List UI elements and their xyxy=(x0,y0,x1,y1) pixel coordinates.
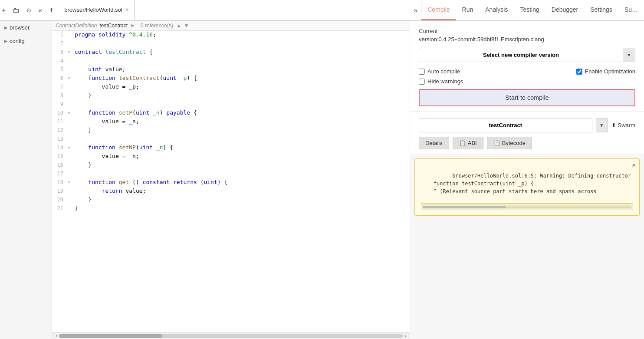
compiler-select-row: Select new compiler version ▾ xyxy=(419,48,635,62)
code-line-10: 10 ▾ function setP(uint _n) payable { xyxy=(52,109,410,118)
abi-label: ABI xyxy=(468,140,477,146)
breadcrumb-contract-type: ContractDefinition xyxy=(56,23,97,29)
compiler-dropdown-icon[interactable]: ▾ xyxy=(623,48,635,62)
horizontal-scrollbar[interactable] xyxy=(59,334,403,338)
auto-compile-label[interactable]: Auto compile xyxy=(419,68,460,75)
code-line-13: 13 xyxy=(52,135,410,144)
git-icon[interactable]: ⊙ xyxy=(25,5,33,15)
hide-warnings-label[interactable]: Hide warnings xyxy=(419,78,463,85)
enable-optimization-label[interactable]: Enable Optimization xyxy=(576,68,635,75)
code-line-6: 6 ▾ function testContract(uint _p) { xyxy=(52,74,410,83)
options-row-1: Auto compile Enable Optimization xyxy=(419,68,635,75)
contract-section: testContract ▾ ⬆ Swarm Details 📋 ABI xyxy=(410,112,644,154)
enable-optimization-text: Enable Optimization xyxy=(585,68,635,75)
code-line-5: 5 uint value; xyxy=(52,66,410,74)
toolbar-icons: + 🗀 ⊙ « ⬆ xyxy=(0,5,56,16)
breadcrumb-down-icon[interactable]: ▼ xyxy=(184,23,189,29)
editor-bottom-scrollbar[interactable]: ‹ › xyxy=(52,332,410,339)
contract-dropdown-icon[interactable]: ▾ xyxy=(596,118,608,132)
scrollbar-thumb xyxy=(59,334,162,338)
warning-close-icon[interactable]: ✕ xyxy=(632,161,636,168)
scroll-right-icon[interactable]: › xyxy=(403,333,408,339)
bytecode-label: Bytecode xyxy=(502,140,526,146)
code-line-14: 14 ▾ function setNP(uint _n) { xyxy=(52,144,410,152)
code-line-1: 1 pragma solidity ^0.4.16; xyxy=(52,31,410,39)
current-label: Current xyxy=(419,28,635,34)
sidebar: ▶ browser ▶ config xyxy=(0,21,52,339)
code-line-19: 19 return value; xyxy=(52,187,410,196)
tab-analysis[interactable]: Analysis xyxy=(479,0,514,20)
editor-area: ContractDefinition testContract ➤ 0 refe… xyxy=(52,21,410,339)
swarm-upload-icon: ⬆ xyxy=(611,122,616,128)
code-line-12: 12 } xyxy=(52,126,410,135)
file-tab-label: browser/HelloWorld.sol xyxy=(64,7,122,13)
warning-text: browser/HelloWorld.sol:6:5: Warning: Def… xyxy=(421,164,633,203)
code-line-2: 2 xyxy=(52,39,410,48)
upload-icon[interactable]: ⬆ xyxy=(47,5,56,15)
compile-button[interactable]: Start to compile xyxy=(419,89,635,106)
output-btns-row: Details 📋 ABI 📋 Bytecode xyxy=(419,137,635,149)
code-line-9: 9 xyxy=(52,100,410,109)
nav-tabs: Compile Run Analysis Testing Debugger Se… xyxy=(421,0,644,20)
bytecode-copy-icon: 📋 xyxy=(493,140,500,146)
compiler-section: Current version:0.4.25+commit.59dbf8f1.E… xyxy=(410,21,644,112)
code-line-17: 17 xyxy=(52,170,410,178)
bytecode-button[interactable]: 📋 Bytecode xyxy=(487,137,532,149)
abi-copy-icon: 📋 xyxy=(459,140,466,146)
tab-debugger[interactable]: Debugger xyxy=(545,0,585,20)
warning-scrollbar-track[interactable] xyxy=(423,206,631,208)
swarm-button[interactable]: ⬆ Swarm xyxy=(611,122,635,128)
code-line-18: 18 ▾ function get () constant returns (u… xyxy=(52,178,410,187)
details-button[interactable]: Details xyxy=(419,137,449,149)
sidebar-item-config[interactable]: ▶ config xyxy=(0,34,52,48)
options-row-2: Hide warnings xyxy=(419,78,635,85)
code-line-8: 8 } xyxy=(52,92,410,100)
auto-compile-checkbox[interactable] xyxy=(419,69,425,75)
breadcrumb: ContractDefinition testContract ➤ 0 refe… xyxy=(52,21,410,31)
sidebar-item-browser[interactable]: ▶ browser xyxy=(0,21,52,34)
scroll-left-icon[interactable]: ‹ xyxy=(54,333,59,339)
current-version: version:0.4.25+commit.59dbf8f1.Emscripte… xyxy=(419,36,635,43)
enable-optimization-checkbox[interactable] xyxy=(576,69,582,75)
tab-settings[interactable]: Settings xyxy=(584,0,618,20)
code-line-7: 7 value = _p; xyxy=(52,83,410,92)
close-tab-icon[interactable]: ✕ xyxy=(125,7,129,13)
breadcrumb-contract-name: testContract xyxy=(99,23,128,29)
hide-warnings-text: Hide warnings xyxy=(427,78,463,85)
expand-tabs-btn[interactable]: » xyxy=(410,5,421,16)
code-line-16: 16 } xyxy=(52,161,410,170)
warning-panel: ✕ browser/HelloWorld.sol:6:5: Warning: D… xyxy=(414,158,640,216)
auto-compile-text: Auto compile xyxy=(427,68,460,75)
sidebar-item-label-browser: browser xyxy=(10,24,30,31)
tab-support[interactable]: Su… xyxy=(618,0,644,20)
compile-btn-row: Start to compile xyxy=(419,89,635,106)
breadcrumb-up-icon[interactable]: ▲ xyxy=(176,23,181,29)
code-line-3: 3 ▾ contract testContract { xyxy=(52,48,410,57)
swarm-label: Swarm xyxy=(618,122,635,128)
header-left: + 🗀 ⊙ « ⬆ browser/HelloWorld.sol ✕ » xyxy=(0,0,421,20)
code-line-21: 21 } xyxy=(52,204,410,213)
abi-button[interactable]: 📋 ABI xyxy=(453,137,483,149)
tab-compile[interactable]: Compile xyxy=(421,0,456,20)
breadcrumb-nav-icon[interactable]: ➤ xyxy=(130,23,135,29)
folder-icon[interactable]: 🗀 xyxy=(11,5,21,16)
breadcrumb-refs: 0 reference(s) ▲ ▼ xyxy=(141,23,189,29)
warning-scrollbar[interactable] xyxy=(421,203,633,210)
back-icon[interactable]: « xyxy=(36,5,44,16)
tab-bar: browser/HelloWorld.sol ✕ xyxy=(59,0,410,20)
file-tab-helloworld[interactable]: browser/HelloWorld.sol ✕ xyxy=(59,0,134,20)
contract-select-button[interactable]: testContract xyxy=(419,118,592,132)
code-line-4: 4 xyxy=(52,57,410,66)
config-arrow-icon: ▶ xyxy=(4,39,8,43)
compiler-select-button[interactable]: Select new compiler version xyxy=(419,48,623,62)
hide-warnings-checkbox[interactable] xyxy=(419,79,425,85)
code-editor[interactable]: 1 pragma solidity ^0.4.16; 2 3 ▾ contrac… xyxy=(52,31,410,332)
new-file-icon[interactable]: + xyxy=(0,5,7,16)
details-label: Details xyxy=(425,140,443,146)
contract-select-row: testContract ▾ ⬆ Swarm xyxy=(419,118,635,132)
right-panel: Current version:0.4.25+commit.59dbf8f1.E… xyxy=(410,21,644,339)
tab-run[interactable]: Run xyxy=(456,0,480,20)
code-line-11: 11 value = _n; xyxy=(52,118,410,126)
code-line-15: 15 value = _n; xyxy=(52,152,410,161)
tab-testing[interactable]: Testing xyxy=(514,0,545,20)
